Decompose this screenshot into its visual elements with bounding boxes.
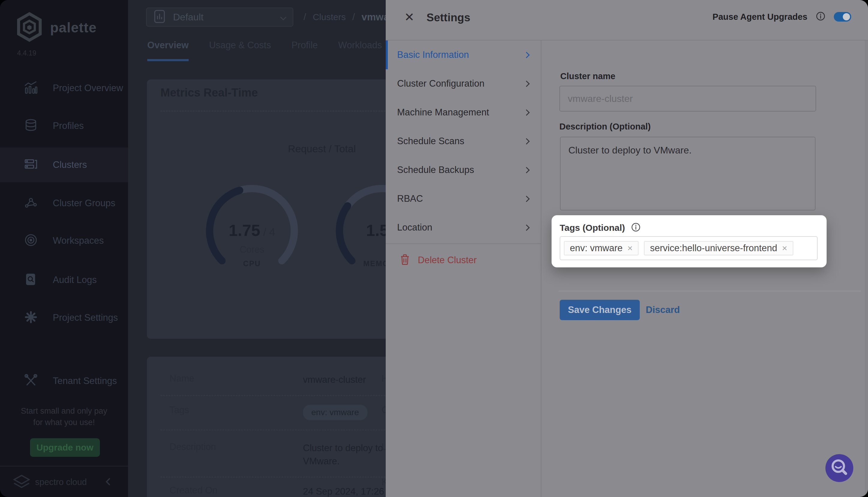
breadcrumb-separator: / (304, 12, 306, 23)
menu-item-label: Schedule Backups (397, 165, 474, 175)
detail-row-created-on: Created On 24 Sep 2024, 17:26 (169, 485, 386, 497)
sidebar-item-cluster-groups[interactable]: Cluster Groups (0, 190, 128, 217)
description-label: Description (Optional) (559, 122, 651, 132)
cpu-gauge-value: 1.75 / 4 (204, 221, 300, 240)
remove-tag-icon[interactable]: × (628, 243, 633, 253)
menu-item-location[interactable]: Location (386, 213, 541, 242)
menu-item-cluster-configuration[interactable]: Cluster Configuration (386, 69, 541, 98)
sidebar-item-project-settings[interactable]: Project Settings (0, 304, 128, 331)
brand: palette (16, 12, 97, 43)
upgrade-now-button[interactable]: Upgrade now (30, 438, 100, 457)
chevron-right-icon (523, 109, 530, 115)
menu-item-machine-management[interactable]: Machine Management (386, 98, 541, 127)
spectro-cloud-label: spectro cloud (35, 477, 87, 487)
cluster-tabs: Overview Usage & Costs Profile Workloads (147, 40, 382, 61)
detail-label: Created On (169, 485, 303, 497)
cpu-request-value: 1.75 (228, 221, 260, 239)
sidebar-item-project-overview[interactable]: Project Overview (0, 75, 128, 102)
detail-value: Cluster to deploy to VMware. (303, 442, 386, 468)
save-changes-button[interactable]: Save Changes (560, 300, 640, 320)
row-divider (160, 395, 386, 396)
detail-label: Name (169, 373, 303, 386)
bar-chart-icon (24, 81, 38, 96)
discard-button[interactable]: Discard (646, 304, 680, 315)
metrics-divider (160, 111, 386, 112)
sidebar-item-audit-logs[interactable]: Audit Logs (0, 267, 128, 294)
detail-row-name: Name vmware-cluster (169, 373, 386, 386)
settings-title: Settings (426, 11, 470, 24)
help-search-button[interactable] (825, 454, 853, 482)
tags-label-row: Tags (Optional) (560, 223, 641, 233)
tag-chip-env-vmware: env: vmware × (564, 241, 639, 255)
memory-request-value: 1.57 (366, 221, 386, 239)
chevron-right-icon (523, 138, 530, 144)
menu-item-basic-information[interactable]: Basic Information (386, 41, 541, 69)
tag-chip-label: service:hello-universe-frontend (650, 243, 777, 254)
sidebar-item-profiles[interactable]: Profiles (0, 112, 128, 139)
delete-cluster-button[interactable]: Delete Cluster (386, 249, 541, 272)
tools-icon (24, 373, 38, 388)
chevron-right-icon (523, 196, 530, 202)
tab-workloads[interactable]: Workloads (338, 40, 382, 61)
layers-icon (24, 118, 38, 133)
tab-profile[interactable]: Profile (292, 40, 318, 61)
clipped-column-text: C (381, 405, 386, 415)
tab-overview[interactable]: Overview (147, 40, 188, 61)
project-chart-icon (154, 10, 165, 25)
sidebar-item-tenant-settings[interactable]: Tenant Settings (0, 368, 128, 395)
remove-tag-icon[interactable]: × (782, 243, 787, 253)
menu-item-label: Basic Information (397, 49, 469, 60)
menu-item-label: RBAC (397, 193, 423, 204)
menu-item-schedule-scans[interactable]: Schedule Scans (386, 127, 541, 156)
description-textarea[interactable]: Cluster to deploy to VMware. (560, 137, 815, 210)
settings-menu: Basic Information Cluster Configuration … (386, 41, 541, 242)
tab-usage-costs[interactable]: Usage & Costs (209, 40, 271, 61)
pause-agent-upgrades-toggle[interactable] (834, 12, 851, 22)
sidebar-item-workspaces[interactable]: Workspaces (0, 227, 128, 254)
menu-item-label: Cluster Configuration (397, 78, 485, 89)
tag-chip-service-hello-universe-frontend: service:hello-universe-frontend × (644, 241, 793, 255)
clipped-column-text: K (381, 477, 386, 487)
trash-icon (400, 254, 410, 267)
spectro-cloud-logo-icon (12, 473, 31, 492)
chevron-right-icon (523, 167, 530, 173)
row-divider (160, 477, 386, 478)
panel-scrollbar[interactable] (865, 41, 868, 497)
sidebar: palette 4.4.19 Project Overview (0, 0, 128, 497)
breadcrumb-clusters-link[interactable]: Clusters (313, 12, 346, 22)
sidebar-item-clusters[interactable]: Clusters (0, 147, 128, 182)
cluster-name-input[interactable] (559, 86, 816, 112)
menu-item-label: Schedule Scans (397, 136, 464, 146)
menu-item-schedule-backups[interactable]: Schedule Backups (386, 156, 541, 184)
actions-divider (559, 291, 861, 292)
project-selector[interactable]: Default (146, 8, 293, 27)
toggle-knob (843, 13, 850, 20)
tags-spotlight-card: Tags (Optional) env: vmware × servi (551, 215, 827, 267)
cpu-gauge-unit: Cores (204, 244, 300, 255)
palette-logo-icon (16, 12, 43, 43)
close-icon[interactable]: ✕ (404, 10, 415, 24)
detail-value: vmware-cluster (303, 373, 366, 386)
sidebar-item-label: Cluster Groups (53, 198, 115, 209)
delete-cluster-label: Delete Cluster (418, 255, 477, 266)
magnifier-smile-icon (825, 454, 853, 482)
metrics-title: Metrics Real-Time (160, 86, 258, 99)
chevron-right-icon (523, 52, 530, 58)
detail-label: Tags (169, 405, 303, 420)
server-rack-icon (24, 157, 38, 172)
info-icon[interactable] (631, 223, 641, 233)
tags-input[interactable]: env: vmware × service:hello-universe-fro… (560, 236, 817, 260)
info-icon[interactable] (816, 11, 825, 22)
app-window: palette 4.4.19 Project Overview (0, 0, 868, 497)
cpu-total-value: / 4 (260, 226, 275, 238)
app-version: 4.4.19 (17, 49, 36, 57)
memory-gauge-caption: MEMORY (334, 259, 386, 268)
clipped-column-text: U (381, 442, 386, 452)
pause-agent-upgrades: Pause Agent Upgrades (713, 11, 851, 22)
collapse-sidebar-icon[interactable] (103, 477, 114, 487)
breadcrumb: / Clusters / vmware-cluster (304, 11, 386, 23)
tag-chip: env: vmware (303, 405, 367, 420)
menu-item-rbac[interactable]: RBAC (386, 184, 541, 213)
panel-vertical-divider (541, 40, 541, 497)
sidebar-item-label: Workspaces (53, 235, 104, 246)
